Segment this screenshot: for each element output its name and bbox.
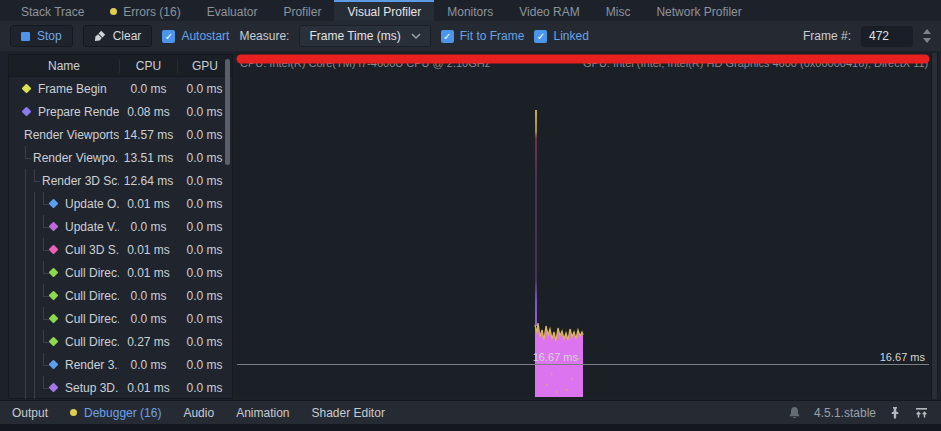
category-diamond-icon — [49, 245, 59, 255]
column-header-name[interactable]: Name — [9, 55, 119, 76]
notification-bell-icon[interactable] — [788, 406, 801, 419]
frame-time-graph[interactable]: CPU: Intel(R) Core(TM) i7-4600U CPU @ 2.… — [236, 53, 931, 399]
tree-row[interactable]: Render 3D Sc... 12.64 ms 0.0 ms — [9, 169, 232, 192]
tree-row[interactable]: Cull Direc... 0.0 ms 0.0 ms — [9, 307, 232, 330]
tree-row[interactable]: Cull Direc... 0.0 ms 0.0 ms — [9, 284, 232, 307]
tree-guide — [21, 376, 30, 399]
tree-scrollbar-thumb[interactable] — [225, 59, 230, 165]
tab-monitors[interactable]: Monitors — [434, 0, 506, 21]
row-gpu-time: 0.0 ms — [177, 128, 232, 142]
profile-tree-panel: Name CPU GPU Frame Begin 0.0 ms 0.0 ms P… — [8, 54, 233, 399]
fit-to-frame-label: Fit to Frame — [460, 29, 525, 43]
tree-guide — [30, 192, 39, 215]
frame-number-label: Frame #: — [803, 29, 851, 43]
category-diamond-icon — [49, 383, 59, 393]
row-gpu-time: 0.0 ms — [177, 82, 232, 96]
tree-guide — [30, 284, 39, 307]
row-cpu-time: 0.01 ms — [119, 197, 177, 211]
tree-guide — [39, 307, 48, 330]
column-header-gpu[interactable]: GPU — [177, 59, 232, 73]
bottom-tab-shader-editor[interactable]: Shader Editor — [312, 406, 385, 420]
tree-row[interactable]: Update V... 0.0 ms 0.0 ms — [9, 215, 232, 238]
row-gpu-time: 0.0 ms — [177, 151, 232, 165]
autostart-checkbox[interactable]: Autostart — [162, 29, 229, 43]
spinner-up-icon[interactable] — [923, 29, 931, 34]
tab-label: Misc — [606, 5, 631, 19]
category-diamond-icon — [22, 107, 32, 117]
tree-guide — [39, 261, 48, 284]
frame-spike — [535, 110, 537, 326]
tree-row[interactable]: Prepare Rende... 0.08 ms 0.0 ms — [9, 100, 232, 123]
category-diamond-icon — [22, 84, 32, 94]
row-gpu-time: 0.0 ms — [177, 312, 232, 326]
tree-row[interactable]: Frame Begin 0.0 ms 0.0 ms — [9, 77, 232, 100]
tree-guide — [30, 353, 39, 376]
tree-guide — [21, 261, 30, 284]
clear-button[interactable]: Clear — [83, 25, 153, 47]
row-gpu-time: 0.0 ms — [177, 381, 232, 395]
row-name: Render 3... — [65, 358, 119, 372]
tab-visual-profiler[interactable]: Visual Profiler — [334, 0, 434, 21]
tree-guide — [30, 215, 39, 238]
tree-row[interactable]: Render 3... 0.0 ms 0.0 ms — [9, 353, 232, 376]
row-gpu-time: 0.0 ms — [177, 335, 232, 349]
tree-row[interactable]: Cull Direc... 0.01 ms 0.0 ms — [9, 261, 232, 284]
red-marker-bar — [237, 55, 930, 64]
row-name: Cull Direc... — [65, 312, 119, 326]
row-gpu-time: 0.0 ms — [177, 289, 232, 303]
tree-row[interactable]: Render Viewports 14.57 ms 0.0 ms — [9, 123, 232, 146]
tree-row[interactable]: Setup 3D... 0.01 ms 0.0 ms — [9, 376, 232, 399]
stop-button[interactable]: Stop — [10, 25, 73, 47]
row-cpu-time: 0.27 ms — [119, 335, 177, 349]
fit-to-frame-checkbox[interactable]: Fit to Frame — [441, 29, 525, 43]
stop-button-label: Stop — [37, 29, 62, 43]
bottom-tab-debugger[interactable]: Debugger (16) — [70, 406, 161, 420]
bottom-tab-label: Audio — [183, 406, 214, 420]
tree-guide — [21, 353, 30, 376]
tab-evaluator[interactable]: Evaluator — [194, 0, 271, 21]
tab-video-ram[interactable]: Video RAM — [506, 0, 592, 21]
expand-bottom-panel-icon[interactable] — [914, 407, 929, 419]
category-diamond-icon — [49, 360, 59, 370]
tree-guide — [39, 353, 48, 376]
row-name: Render 3D Sc... — [42, 174, 119, 188]
row-cpu-time: 0.0 ms — [119, 82, 177, 96]
tab-misc[interactable]: Misc — [593, 0, 644, 21]
bottom-tab-animation[interactable]: Animation — [236, 406, 289, 420]
tree-guide — [39, 376, 48, 399]
bottom-tab-audio[interactable]: Audio — [183, 406, 214, 420]
tree-guide — [39, 330, 48, 353]
frame-time-graph-svg: CPU: Intel(R) Core(TM) i7-4600U CPU @ 2.… — [236, 53, 931, 399]
row-name: Cull 3D S... — [65, 243, 119, 257]
tab-label: Network Profiler — [656, 5, 741, 19]
chevron-down-icon — [411, 33, 421, 39]
tree-guide — [39, 215, 48, 238]
window-bottom-edge — [0, 424, 941, 431]
tab-stack-trace[interactable]: Stack Trace — [8, 0, 97, 21]
gpu-grid-label: 16.67 ms — [880, 351, 926, 363]
tree-guide — [21, 238, 30, 261]
row-gpu-time: 0.0 ms — [177, 358, 232, 372]
tab-errors[interactable]: Errors (16) — [97, 0, 193, 21]
frame-number-input[interactable]: 472 — [861, 26, 913, 47]
category-diamond-icon — [49, 337, 59, 347]
bottom-tab-output[interactable]: Output — [12, 406, 48, 420]
tab-network-profiler[interactable]: Network Profiler — [643, 0, 754, 21]
tree-guide — [30, 238, 39, 261]
row-name: Render Viewpo... — [33, 151, 119, 165]
tree-guide — [21, 169, 30, 192]
tab-profiler[interactable]: Profiler — [270, 0, 334, 21]
tree-row[interactable]: Render Viewpo... 13.51 ms 0.0 ms — [9, 146, 232, 169]
tree-row[interactable]: Update O... 0.01 ms 0.0 ms — [9, 192, 232, 215]
tree-row[interactable]: Cull 3D S... 0.01 ms 0.0 ms — [9, 238, 232, 261]
pin-icon[interactable] — [889, 406, 901, 420]
column-header-cpu[interactable]: CPU — [119, 59, 177, 73]
tab-label: Monitors — [447, 5, 493, 19]
tree-row[interactable]: Cull Direc... 0.27 ms 0.0 ms — [9, 330, 232, 353]
spinner-down-icon[interactable] — [923, 38, 931, 43]
linked-checkbox[interactable]: Linked — [534, 29, 588, 43]
row-gpu-time: 0.0 ms — [177, 243, 232, 257]
row-gpu-time: 0.0 ms — [177, 174, 232, 188]
measure-dropdown[interactable]: Frame Time (ms) — [299, 25, 430, 47]
graph-scrollbar-track[interactable] — [931, 53, 938, 399]
